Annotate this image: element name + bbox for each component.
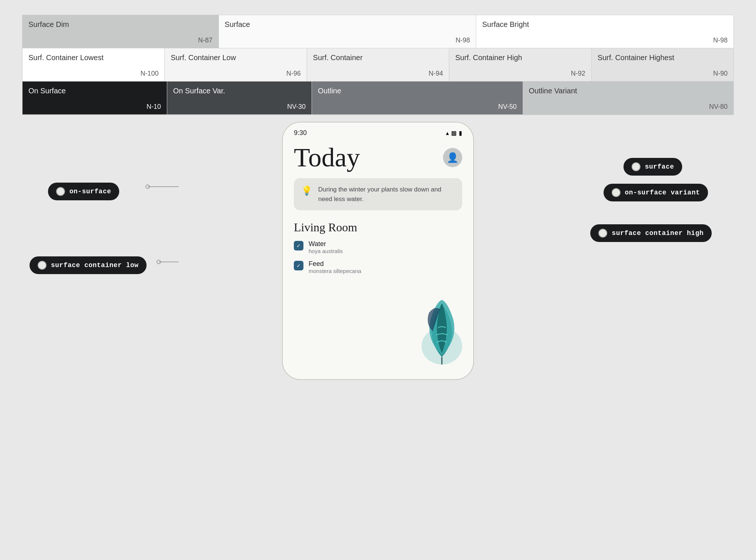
checkmark-icon-2: ✓ [296,263,301,269]
cell-surface-bright: Surface Bright N-98 [476,15,733,48]
annotation-surface-label: surface [645,163,674,170]
annotation-surf-cont-high-label: surface container high [612,229,704,237]
phone-frame: 9:30 ▴ ▩ ▮ Today 👤 💡 [282,122,474,380]
cell-outline-value: NV-50 [498,103,516,111]
status-time: 9:30 [294,129,307,137]
task-sub-water: hoya australis [309,248,343,254]
annotation-on-surface-dot [56,187,65,196]
cell-surface-dim: Surface Dim N-87 [23,15,219,48]
cell-surf-cont-high-value: N-92 [571,70,585,77]
info-card-text: During the winter your plants slow down … [318,185,455,204]
cell-on-surface-label: On Surface [28,87,161,95]
annotation-on-surface-variant-label: on-surface variant [625,189,700,196]
cell-surf-cont-high: Surf. Container High N-92 [449,48,591,82]
annotation-on-surface-variant-dot [612,188,621,197]
status-icons: ▴ ▩ ▮ [446,129,462,136]
wifi-icon: ▴ [446,129,449,136]
task-name-feed: Feed [309,260,361,268]
task-item-feed: ✓ Feed monstera siltepecana [294,260,462,274]
cell-outline-variant-label: Outline Variant [529,87,728,95]
battery-icon: ▮ [459,129,462,136]
avatar-button[interactable]: 👤 [443,148,462,167]
lightbulb-icon: 💡 [301,186,312,196]
plant-illustration [418,298,466,364]
cell-surf-cont-high-label: Surf. Container High [455,53,585,62]
cell-surface: Surface N-98 [219,15,477,48]
palette-row-2: Surf. Container Lowest N-100 Surf. Conta… [23,48,733,82]
cell-outline: Outline NV-50 [312,82,523,115]
info-card: 💡 During the winter your plants slow dow… [294,178,462,210]
task-sub-feed: monstera siltepecana [309,268,361,274]
cell-outline-variant: Outline Variant NV-80 [523,82,734,115]
task-item-water: ✓ Water hoya australis [294,240,462,254]
task-list: ✓ Water hoya australis ✓ Feed [294,240,462,274]
annotation-surf-cont-low-dot [38,261,47,270]
cell-surf-cont-low-label: Surf. Container Low [171,53,300,62]
phone-content: Today 👤 💡 During the winter your plants … [283,141,473,287]
annotation-surf-cont-low-label: surface container low [51,262,138,269]
annotation-surface-container-high: surface container high [590,224,712,242]
cell-surface-label: Surface [225,20,470,29]
cell-on-surface: On Surface N-10 [23,82,167,115]
cell-surf-cont-highest-value: N-90 [713,70,728,77]
today-title: Today [294,144,360,171]
task-text-feed: Feed monstera siltepecana [309,260,361,274]
cell-surf-cont-highest: Surf. Container Highest N-90 [592,48,733,82]
cell-outline-variant-value: NV-80 [709,103,728,111]
cell-surface-bright-value: N-98 [713,37,728,44]
section-title: Living Room [294,221,462,234]
annotation-on-surface: on-surface [48,183,119,200]
annotation-on-surface-variant: on-surface variant [604,184,708,201]
cell-surf-cont-lowest: Surf. Container Lowest N-100 [23,48,165,82]
task-text-water: Water hoya australis [309,240,343,254]
cell-surface-bright-label: Surface Bright [482,20,728,29]
cell-surface-dim-label: Surface Dim [28,20,213,29]
plant-svg [418,298,466,364]
cell-on-surface-value: N-10 [147,103,161,111]
annotation-surf-cont-high-dot [598,229,607,238]
cell-surf-cont-label: Surf. Container [313,53,443,62]
cell-surface-dim-value: N-87 [198,37,213,44]
annotation-on-surface-label: on-surface [69,188,111,195]
cell-surf-cont-low-value: N-96 [286,70,301,77]
signal-icon: ▩ [451,129,457,136]
phone-wrapper: 9:30 ▴ ▩ ▮ Today 👤 💡 [282,122,474,380]
annotation-surface: surface [623,158,682,176]
cell-surf-cont-lowest-value: N-100 [140,70,158,77]
cell-on-surface-var-value: NV-30 [287,103,306,111]
palette-row-3: On Surface N-10 On Surface Var. NV-30 Ou… [23,82,733,115]
palette-row-1: Surface Dim N-87 Surface N-98 Surface Br… [23,15,733,48]
annotation-surface-dot [632,162,640,171]
cell-on-surface-var-label: On Surface Var. [173,87,306,95]
cell-on-surface-var: On Surface Var. NV-30 [167,82,312,115]
cell-surf-cont: Surf. Container N-94 [307,48,449,82]
task-checkbox-feed[interactable]: ✓ [294,261,303,270]
person-icon: 👤 [447,152,458,163]
cell-surf-cont-low: Surf. Container Low N-96 [165,48,307,82]
cell-surface-value: N-98 [456,37,470,44]
phone-status-bar: 9:30 ▴ ▩ ▮ [283,122,473,141]
annotation-surface-container-low: surface container low [30,256,147,274]
task-checkbox-water[interactable]: ✓ [294,241,303,250]
cell-surf-cont-lowest-label: Surf. Container Lowest [28,53,158,62]
cell-outline-label: Outline [318,87,517,95]
task-name-water: Water [309,240,343,248]
cell-surf-cont-highest-label: Surf. Container Highest [598,53,728,62]
phone-header: Today 👤 [294,144,462,171]
checkmark-icon: ✓ [296,243,301,249]
color-palette-table: Surface Dim N-87 Surface N-98 Surface Br… [22,15,734,115]
cell-surf-cont-value: N-94 [429,70,443,77]
